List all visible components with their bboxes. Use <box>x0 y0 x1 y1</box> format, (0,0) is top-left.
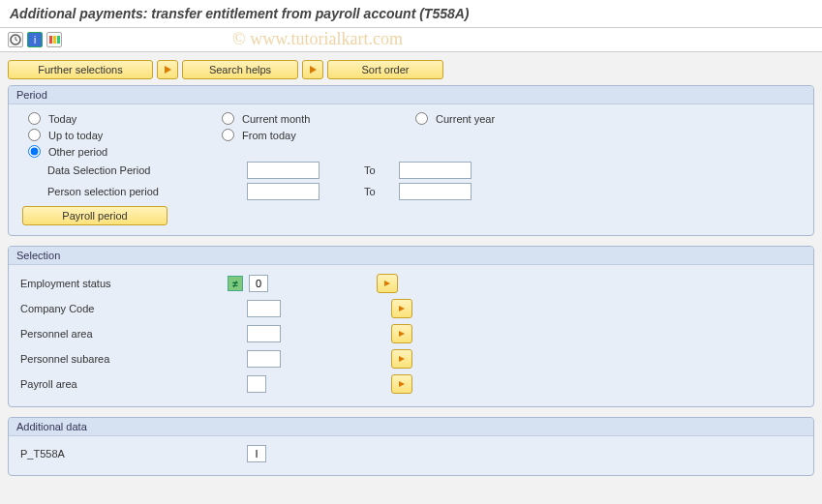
info-icon[interactable]: i <box>27 32 43 47</box>
company-code-input[interactable] <box>247 300 281 317</box>
variant-icon[interactable] <box>46 32 62 47</box>
p-t558a-label: P_T558A <box>18 448 222 460</box>
radio-label: Current month <box>242 113 310 125</box>
radio-label: Other period <box>48 146 107 158</box>
arrow-icon[interactable] <box>302 60 323 79</box>
employment-status-label: Employment status <box>18 278 222 289</box>
person-period-from-input[interactable] <box>247 183 320 200</box>
payroll-period-button[interactable]: Payroll period <box>22 206 167 225</box>
personnel-subarea-input[interactable] <box>247 350 281 368</box>
to-label: To <box>364 164 393 176</box>
personnel-area-input[interactable] <box>247 325 281 342</box>
company-code-label: Company Code <box>18 303 222 314</box>
radio-label: From today <box>242 130 296 141</box>
payroll-area-label: Payroll area <box>18 378 222 390</box>
multiple-selection-icon[interactable] <box>391 349 412 369</box>
radio-other-period[interactable]: Other period <box>28 145 164 158</box>
radio-current-year[interactable]: Current year <box>415 112 551 125</box>
multiple-selection-icon[interactable] <box>377 274 398 293</box>
radio-label: Today <box>48 113 76 125</box>
radio-today[interactable]: Today <box>28 112 164 125</box>
app-toolbar: i <box>0 28 822 52</box>
additional-data-title: Additional data <box>9 418 813 436</box>
not-equal-icon[interactable]: ≠ <box>228 276 243 291</box>
radio-up-to-today[interactable]: Up to today <box>28 129 164 141</box>
selection-button-row: Further selections Search helps Sort ord… <box>8 60 814 79</box>
person-period-to-input[interactable] <box>399 183 472 200</box>
radio-from-today[interactable]: From today <box>222 129 357 141</box>
radio-label: Up to today <box>48 130 103 141</box>
svg-rect-4 <box>53 36 56 44</box>
radio-current-month[interactable]: Current month <box>222 112 357 125</box>
svg-line-2 <box>15 40 17 41</box>
data-period-from-input[interactable] <box>247 162 320 179</box>
page-title: Additional payments: transfer entitlemen… <box>0 0 822 28</box>
additional-data-group: Additional data P_T558A <box>8 417 814 476</box>
personnel-subarea-label: Personnel subarea <box>18 353 222 365</box>
radio-label: Current year <box>436 113 495 125</box>
personnel-area-label: Personnel area <box>18 328 222 340</box>
p-t558a-input[interactable] <box>247 445 266 462</box>
period-group-title: Period <box>9 86 813 104</box>
multiple-selection-icon[interactable] <box>391 299 412 318</box>
further-selections-button[interactable]: Further selections <box>8 60 153 79</box>
selection-group: Selection Employment status ≠ Company Co… <box>8 246 814 407</box>
multiple-selection-icon[interactable] <box>391 324 412 343</box>
selection-group-title: Selection <box>9 247 813 265</box>
svg-rect-3 <box>49 36 52 44</box>
arrow-icon[interactable] <box>157 60 178 79</box>
svg-rect-5 <box>57 36 60 44</box>
sort-order-button[interactable]: Sort order <box>327 60 443 79</box>
data-selection-period-label: Data Selection Period <box>47 164 241 176</box>
employment-status-input[interactable] <box>249 275 268 292</box>
search-helps-button[interactable]: Search helps <box>182 60 298 79</box>
person-selection-period-label: Person selection period <box>47 186 241 197</box>
to-label: To <box>364 186 393 197</box>
data-period-to-input[interactable] <box>399 162 472 179</box>
payroll-area-input[interactable] <box>247 375 266 393</box>
multiple-selection-icon[interactable] <box>391 374 412 394</box>
execute-icon[interactable] <box>8 32 23 47</box>
period-group: Period Today Current month Current year … <box>8 85 814 236</box>
